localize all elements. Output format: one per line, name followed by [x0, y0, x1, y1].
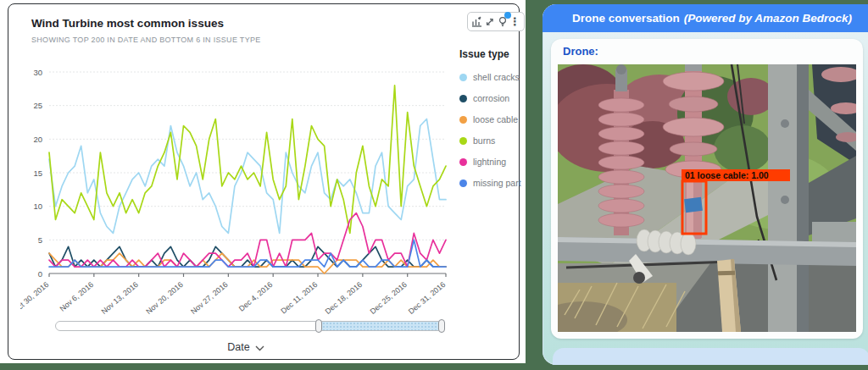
x-tick-label: Nov 6, 2016	[58, 280, 96, 313]
legend-item-corrosion[interactable]: corrosion	[459, 93, 527, 103]
drone-message-card: Drone:	[551, 39, 863, 339]
menu-kebab-icon[interactable]: ⋮	[509, 15, 521, 28]
drone-chat-window: Drone conversation (Powered by Amazon Be…	[542, 4, 868, 365]
chat-header-subtitle: (Powered by Amazon Bedrock)	[684, 12, 852, 25]
slider-handle-right[interactable]	[438, 319, 445, 333]
legend-label: missing part	[473, 178, 521, 188]
legend-item-shell-cracks[interactable]: shell cracks	[459, 72, 527, 82]
visual-frame: Wind Turbine most common issues SHOWING …	[8, 3, 520, 360]
chart-area[interactable]: 051015202530Oct 30, 2016Nov 6, 2016Nov 1…	[20, 52, 456, 326]
y-tick-label: 20	[33, 135, 42, 144]
y-tick-label: 30	[33, 68, 42, 77]
insights-bulb-icon[interactable]	[496, 15, 509, 28]
screenshot-stage: Wind Turbine most common issues SHOWING …	[0, 0, 868, 370]
chat-header: Drone conversation (Powered by Amazon Be…	[542, 4, 868, 32]
x-tick-label: Nov 27, 2016	[189, 280, 229, 316]
date-range-slider-track[interactable]	[55, 321, 443, 331]
x-tick-label: Oct 30, 2016	[20, 280, 50, 315]
chat-header-title: Drone conversation	[572, 12, 680, 25]
legend-label: corrosion	[473, 93, 509, 103]
x-tick-label: Dec 11, 2016	[279, 280, 319, 316]
legend-label: shell cracks	[473, 72, 520, 82]
x-axis-field-dropdown[interactable]: Date	[144, 341, 348, 353]
next-chat-bubble	[553, 348, 868, 365]
legend-dot	[459, 116, 467, 124]
series-line-shell-cracks[interactable]	[49, 119, 446, 234]
legend-dot	[459, 137, 467, 145]
visual-title: Wind Turbine most common issues	[31, 17, 224, 30]
y-tick-label: 15	[33, 168, 42, 178]
x-tick-label: Dec 4, 2016	[237, 280, 275, 313]
quicksight-visual-window: Wind Turbine most common issues SHOWING …	[0, 0, 526, 363]
y-tick-label: 0	[38, 269, 42, 279]
legend-item-burns[interactable]: burns	[459, 135, 527, 146]
detection-label: 01 loose cable: 1.00	[685, 170, 769, 180]
series-line-burns[interactable]	[49, 86, 446, 234]
issues-line-chart: 051015202530Oct 30, 2016Nov 6, 2016Nov 1…	[20, 52, 456, 323]
series-line-loose-cable[interactable]	[49, 253, 446, 273]
y-tick-label: 10	[33, 202, 42, 211]
loose-cable-blue-tape	[684, 197, 703, 213]
legend-dot	[459, 74, 467, 81]
date-range-selection[interactable]	[319, 322, 442, 330]
speaker-label: Drone:	[563, 45, 598, 58]
maximize-visual-icon[interactable]	[470, 15, 483, 28]
legend-dot	[459, 158, 467, 166]
y-tick-label: 25	[33, 101, 42, 110]
drone-photo: 01 loose cable: 1.00	[558, 64, 856, 332]
x-tick-label: Dec 31, 2016	[407, 280, 447, 316]
visual-toolbar: ⋮	[467, 12, 525, 31]
visual-subtitle: SHOWING TOP 200 IN DATE AND BOTTOM 6 IN …	[31, 36, 261, 44]
legend-dot	[459, 95, 467, 102]
y-tick-label: 5	[38, 235, 42, 245]
legend-label: lightning	[473, 157, 506, 167]
chart-legend: Issue type shell crackscorrosionloose ca…	[459, 48, 527, 199]
x-axis-field-label: Date	[227, 341, 249, 353]
chevron-down-icon	[255, 345, 264, 351]
legend-label: burns	[473, 135, 495, 146]
x-tick-label: Dec 25, 2016	[369, 280, 409, 316]
x-tick-label: Nov 13, 2016	[100, 280, 140, 316]
legend-item-missing-part[interactable]: missing part	[459, 178, 527, 188]
legend-item-lightning[interactable]: lightning	[459, 157, 527, 167]
legend-label: loose cable	[473, 114, 518, 124]
drone-photo-scene: 01 loose cable: 1.00	[558, 64, 856, 332]
legend-title: Issue type	[459, 48, 527, 60]
expand-icon[interactable]	[483, 15, 496, 28]
legend-dot	[459, 179, 467, 187]
slider-handle-left[interactable]	[315, 319, 322, 333]
legend-item-loose-cable[interactable]: loose cable	[459, 114, 527, 124]
x-tick-label: Nov 20, 2016	[144, 280, 184, 316]
x-tick-label: Dec 18, 2016	[324, 280, 364, 316]
